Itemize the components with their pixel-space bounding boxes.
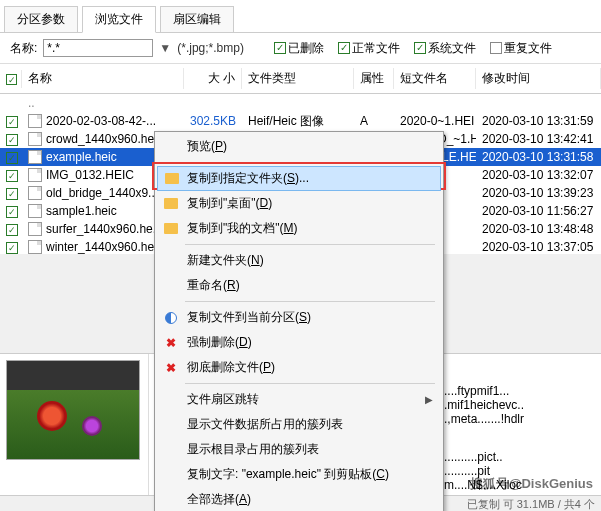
chk-dup[interactable]: .重复文件 <box>490 40 552 57</box>
submenu-arrow-icon: ▶ <box>425 394 433 405</box>
menu-copy-to-docs[interactable]: 复制到"我的文档"(M) <box>157 216 441 241</box>
thumbnail-area <box>0 354 148 495</box>
file-icon <box>28 168 42 182</box>
row-checkbox[interactable]: ✓ <box>6 188 18 200</box>
name-label: 名称: <box>10 40 37 57</box>
dropdown-icon[interactable]: ▼ <box>159 41 171 55</box>
menu-copy-to-desktop[interactable]: 复制到"桌面"(D) <box>157 191 441 216</box>
menu-select-all[interactable]: 全部选择(A) <box>157 487 441 511</box>
menu-copy-text[interactable]: 复制文字: "example.heic" 到剪贴板(C) <box>157 462 441 487</box>
tab-partition-params[interactable]: 分区参数 <box>4 6 78 32</box>
chk-system[interactable]: ✓系统文件 <box>414 40 476 57</box>
row-checkbox[interactable]: ✓ <box>6 116 18 128</box>
file-icon <box>28 204 42 218</box>
row-checkbox[interactable]: ✓ <box>6 242 18 254</box>
chk-normal[interactable]: ✓正常文件 <box>338 40 400 57</box>
folder-icon <box>165 173 179 184</box>
menu-sector-jump[interactable]: 文件扇区跳转▶ <box>157 387 441 412</box>
menu-show-clusters-data[interactable]: 显示文件数据所占用的簇列表 <box>157 412 441 437</box>
hdr-size[interactable]: 大 小 <box>184 68 242 89</box>
chk-deleted[interactable]: ✓已删除 <box>274 40 324 57</box>
delete-icon: ✖ <box>163 360 179 376</box>
menu-rename[interactable]: 重命名(R) <box>157 273 441 298</box>
filter-bar: 名称: ▼ (*.jpg;*.bmp) ✓已删除 ✓正常文件 ✓系统文件 .重复… <box>0 33 601 64</box>
ext-hint: (*.jpg;*.bmp) <box>177 41 244 55</box>
ascii-view[interactable]: ....ftypmif1....mif1heichevc...,meta....… <box>437 354 601 495</box>
hdr-mtime[interactable]: 修改时间 <box>476 68 601 89</box>
file-icon <box>28 132 42 146</box>
menu-force-delete[interactable]: ✖强制删除(D) <box>157 330 441 355</box>
file-icon <box>28 150 42 164</box>
hdr-name[interactable]: 名称 <box>22 68 184 89</box>
folder-icon <box>164 198 178 209</box>
file-icon <box>28 240 42 254</box>
hdr-short[interactable]: 短文件名 <box>394 68 476 89</box>
menu-copy-to-folder[interactable]: 复制到指定文件夹(S)... <box>157 166 441 191</box>
row-checkbox[interactable]: ✓ <box>6 224 18 236</box>
thumbnail-preview[interactable] <box>6 360 140 460</box>
tab-sector-edit[interactable]: 扇区编辑 <box>160 6 234 32</box>
hdr-attr[interactable]: 属性 <box>354 68 394 89</box>
menu-perm-delete[interactable]: ✖彻底删除文件(P) <box>157 355 441 380</box>
grid-header: ✓ 名称 大 小 文件类型 属性 短文件名 修改时间 <box>0 64 601 94</box>
file-icon <box>28 114 42 128</box>
menu-preview[interactable]: 预览(P) <box>157 134 441 159</box>
delete-icon: ✖ <box>163 335 179 351</box>
file-icon <box>28 186 42 200</box>
row-checkbox[interactable]: ✓ <box>6 152 18 164</box>
tab-browse-files[interactable]: 浏览文件 <box>82 6 156 33</box>
menu-new-folder[interactable]: 新建文件夹(N) <box>157 248 441 273</box>
folder-icon <box>164 223 178 234</box>
hdr-type[interactable]: 文件类型 <box>242 68 354 89</box>
context-menu: 预览(P) 复制到指定文件夹(S)... 复制到"桌面"(D) 复制到"我的文档… <box>154 131 444 511</box>
partition-icon <box>165 312 177 324</box>
file-icon <box>28 222 42 236</box>
menu-copy-to-cur-part[interactable]: 复制文件到当前分区(S) <box>157 305 441 330</box>
row-checkbox[interactable]: ✓ <box>6 206 18 218</box>
menu-show-clusters-root[interactable]: 显示根目录占用的簇列表 <box>157 437 441 462</box>
row-checkbox[interactable]: ✓ <box>6 134 18 146</box>
name-pattern-input[interactable] <box>43 39 153 57</box>
tab-bar: 分区参数 浏览文件 扇区编辑 <box>0 0 601 33</box>
hdr-check[interactable]: ✓ <box>0 70 22 88</box>
table-row[interactable]: ✓ 2020-02-03-08-42-... 302.5KBHeif/Heic … <box>0 112 601 130</box>
row-checkbox[interactable]: ✓ <box>6 170 18 182</box>
